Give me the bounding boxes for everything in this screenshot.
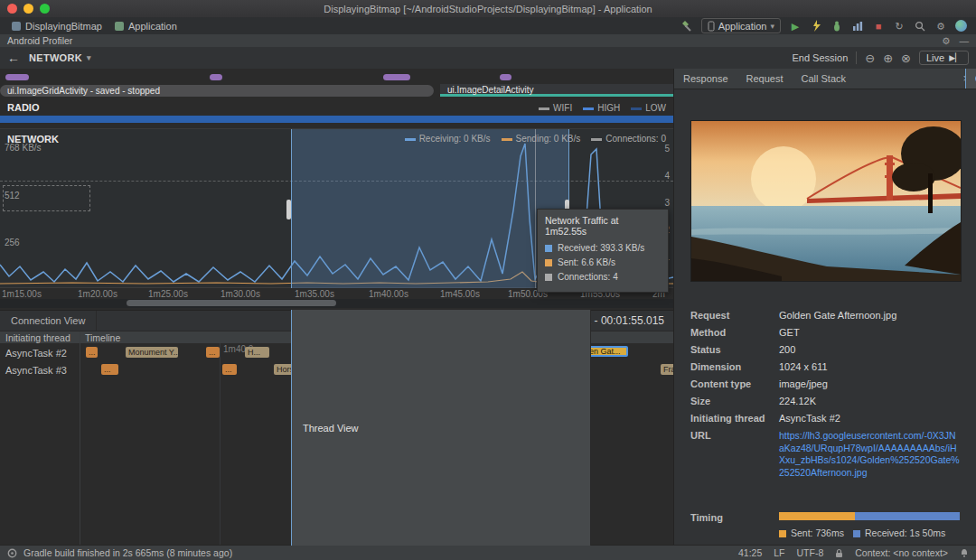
hammer-icon[interactable] — [680, 20, 693, 33]
radio-label: RADIO — [7, 102, 39, 113]
activity-event-pill — [500, 74, 511, 80]
end-session-button[interactable]: End Session — [792, 52, 848, 63]
field-value: GET — [779, 327, 800, 338]
skip-to-live-icon: ▶▏ — [949, 53, 962, 62]
request-item[interactable]: ... — [206, 347, 220, 358]
time-tick: 1m45.00s — [440, 289, 480, 299]
timeline-gridline — [220, 343, 221, 546]
run-config-select[interactable]: Application ▾ — [701, 18, 781, 33]
run-button[interactable]: ▶ — [789, 20, 802, 33]
tab-request[interactable]: Request — [737, 69, 793, 89]
time-tick: 1m15.00s — [2, 289, 42, 299]
tab-response[interactable]: Response — [674, 69, 737, 89]
stop-button[interactable]: ■ — [872, 20, 885, 33]
received-swatch — [853, 530, 860, 537]
tool-window-gear-icon[interactable]: ⚙ — [942, 35, 950, 46]
field-value: Golden Gate Afternoon.jpg — [779, 310, 896, 321]
timeline-scrollbar[interactable] — [0, 299, 673, 308]
context-indicator[interactable]: Context: <no context> — [855, 547, 948, 558]
tab-android-profiler[interactable]: Android Profiler — [7, 35, 72, 46]
tab-connection-view[interactable]: Connection View — [0, 311, 97, 331]
selection-range[interactable] — [291, 129, 569, 288]
tab-overview[interactable]: Overview — [965, 69, 976, 89]
timing-label: Timing — [690, 512, 779, 538]
zoom-in-button[interactable]: ⊕ — [883, 51, 893, 65]
caret-position[interactable]: 41:25 — [738, 547, 762, 558]
window-title: DisplayingBitmap [~/AndroidStudioProject… — [324, 4, 652, 14]
wifi-swatch — [539, 107, 549, 110]
back-button[interactable]: ← — [7, 51, 20, 65]
module-button[interactable]: Application — [108, 21, 183, 32]
project-icon — [12, 22, 21, 31]
network-chart[interactable]: NETWORK 768 KB/s 512 256 5 4 3 2 1 Recei… — [0, 128, 673, 288]
column-divider[interactable] — [80, 331, 80, 344]
column-timeline[interactable]: Timeline — [85, 332, 120, 343]
sending-swatch — [502, 138, 512, 141]
chevron-down-icon: ▾ — [770, 22, 774, 31]
go-live-button[interactable]: Live ▶▏ — [919, 51, 969, 65]
network-tooltip: Network Traffic at 1m52.55s Received: 39… — [537, 209, 669, 293]
activity-event-pill — [383, 74, 410, 80]
thread-name: AsyncTask #2 — [5, 348, 67, 359]
request-item[interactable]: ... — [222, 364, 237, 375]
timing-received-bar — [855, 512, 960, 520]
tab-thread-view[interactable]: Thread View — [291, 310, 591, 546]
receiving-swatch — [405, 138, 416, 141]
encoding-select[interactable]: UTF-8 — [797, 547, 824, 558]
timing-bar — [779, 512, 960, 520]
timing-sent-bar — [779, 512, 855, 520]
request-item[interactable]: ... — [86, 347, 98, 358]
selection-handle-left[interactable] — [286, 200, 291, 219]
timing-section: Timing Sent: 736ms Received: 1s 50ms — [690, 512, 960, 538]
minimize-window-button[interactable] — [23, 4, 33, 14]
conn-axis-label: 3 — [664, 198, 670, 208]
sent-swatch — [545, 259, 552, 266]
request-item[interactable]: Fra... — [661, 364, 673, 375]
window-controls — [7, 4, 50, 14]
column-initiating-thread[interactable]: Initiating thread — [5, 332, 70, 343]
timeline-scrollbar-handle[interactable] — [127, 300, 336, 306]
network-legend: Receiving: 0 KB/s Sending: 0 KB/s Connec… — [405, 134, 666, 144]
time-tick: 1m25.00s — [148, 289, 188, 299]
apply-changes-button[interactable] — [810, 20, 822, 33]
avatar[interactable] — [955, 20, 967, 32]
request-url-link[interactable]: https://lh3.googleusercontent.com/-0X3JN… — [779, 430, 960, 480]
request-item[interactable]: ... — [101, 364, 118, 375]
activity-event-pill — [5, 74, 29, 80]
toolbar-actions: Application ▾ ▶ ■ ↻ ⚙ — [680, 18, 971, 33]
tooltip-guide-line — [535, 129, 536, 288]
time-tick: 1m20.00s — [78, 289, 117, 299]
stage-select[interactable]: NETWORK ▾ — [29, 52, 91, 63]
tab-call-stack[interactable]: Call Stack — [793, 69, 856, 89]
close-window-button[interactable] — [7, 4, 17, 14]
notifications-bell-icon[interactable] — [960, 548, 969, 558]
request-item[interactable]: Monument Y... — [126, 347, 178, 358]
reset-zoom-button[interactable]: ⊗ — [901, 51, 911, 65]
search-icon[interactable] — [914, 20, 926, 33]
project-button[interactable]: DisplayingBitmap — [5, 21, 108, 32]
tool-window-hide-icon[interactable]: — — [960, 35, 970, 46]
details-pane: Overview Response Request Call Stack × — [673, 69, 976, 546]
field-value: 224.12K — [779, 396, 816, 406]
status-right: 41:25 LF UTF-8 Context: <no context> — [738, 547, 969, 558]
field-value: 1024 x 611 — [779, 361, 828, 372]
activity-detail-bar: ui.ImageDetailActivity — [440, 84, 673, 97]
field-row: Dimension1024 x 611 — [690, 361, 960, 372]
profiler-main: ui.ImageGridActivity - saved - stopped u… — [0, 69, 976, 546]
profile-button[interactable] — [851, 20, 864, 33]
zoom-out-button[interactable]: ⊖ — [865, 51, 875, 65]
details-body: RequestGolden Gate Afternoon.jpg MethodG… — [674, 89, 976, 546]
thread-name: AsyncTask #3 — [5, 365, 67, 376]
sync-icon[interactable]: ↻ — [893, 20, 906, 33]
radio-state-bar — [0, 116, 673, 123]
android-studio-window: DisplayingBitmap [~/AndroidStudioProject… — [0, 0, 976, 560]
lock-icon[interactable] — [835, 548, 843, 558]
radio-legend: WIFI HIGH LOW — [539, 103, 666, 113]
settings-gear-icon[interactable]: ⚙ — [934, 20, 947, 33]
radio-section: RADIO WIFI HIGH LOW — [0, 101, 673, 128]
debug-button[interactable] — [831, 20, 843, 33]
activity-row: ui.ImageGridActivity - saved - stopped u… — [0, 84, 673, 98]
line-ending-select[interactable]: LF — [774, 547, 784, 558]
zoom-window-button[interactable] — [40, 4, 50, 14]
request-item[interactable]: H... — [245, 347, 269, 358]
